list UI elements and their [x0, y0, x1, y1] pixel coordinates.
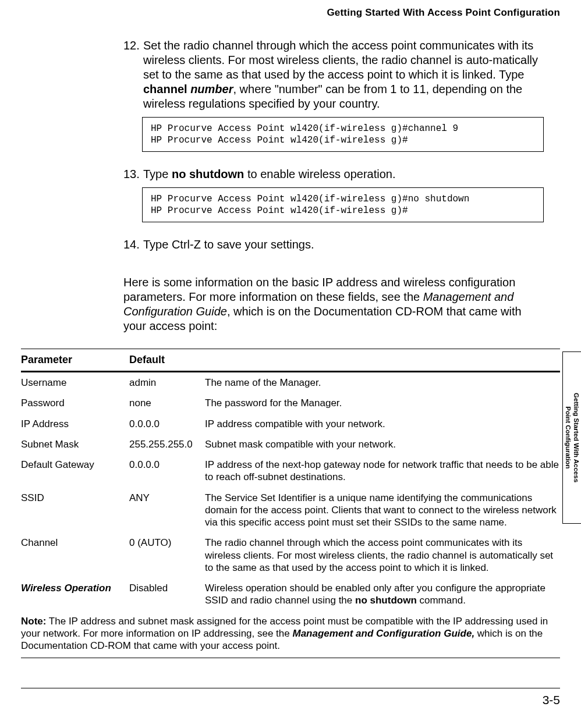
cell-desc: Subnet mask compatible with your network…: [205, 438, 560, 450]
table-row: Username admin The name of the Manager.: [21, 372, 560, 393]
side-tab: Getting Started With Access Point Config…: [562, 351, 581, 524]
side-tab-line2: Point Configuration: [564, 393, 572, 482]
page-number: 3-5: [21, 693, 560, 707]
col-header-default: Default: [129, 354, 205, 366]
step-14: 14. Type Ctrl-Z to save your settings.: [123, 237, 544, 252]
step-13-code: HP Procurve Access Point wl420(if-wirele…: [142, 187, 544, 222]
page-footer: 3-5: [21, 688, 560, 707]
cell-default: 0 (AUTO): [129, 537, 205, 574]
step-12-number: 12.: [123, 38, 143, 111]
step-12-code: HP Procurve Access Point wl420(if-wirele…: [142, 117, 544, 152]
intro-paragraph: Here is some information on the basic IP…: [123, 275, 544, 333]
cell-default: admin: [129, 377, 205, 389]
cell-default: none: [129, 397, 205, 409]
cell-param: Username: [21, 377, 129, 389]
cell-desc: IP address of the next-hop gateway node …: [205, 459, 560, 484]
cell-param: Channel: [21, 537, 129, 574]
table-row: Wireless Operation Disabled Wireless ope…: [21, 578, 560, 611]
step-14-text: Type Ctrl-Z to save your settings.: [143, 237, 544, 252]
step-13-number: 13.: [123, 167, 143, 182]
side-tab-line1: Getting Started With Access: [572, 393, 580, 482]
step-13-text: Type no shutdown to enable wireless oper…: [143, 167, 544, 182]
table-row: Password none The password for the Manag…: [21, 393, 560, 413]
table-header: Parameter Default: [21, 349, 560, 371]
parameter-table: Parameter Default Username admin The nam…: [21, 349, 560, 658]
cell-default: 0.0.0.0: [129, 459, 205, 484]
step-14-number: 14.: [123, 237, 143, 252]
table-note: Note: The IP address and subnet mask ass…: [21, 611, 560, 658]
table-row: Default Gateway 0.0.0.0 IP address of th…: [21, 454, 560, 488]
cell-desc: The password for the Manager.: [205, 397, 560, 409]
cell-param: Default Gateway: [21, 459, 129, 484]
cell-param: Password: [21, 397, 129, 409]
cell-default: 255.255.255.0: [129, 438, 205, 450]
step-13: 13. Type no shutdown to enable wireless …: [123, 167, 544, 222]
step-12: 12. Set the radio channel through which …: [123, 38, 544, 152]
cell-param: Wireless Operation: [21, 582, 129, 607]
cell-default: ANY: [129, 492, 205, 529]
cell-default: 0.0.0.0: [129, 418, 205, 430]
cell-default: Disabled: [129, 582, 205, 607]
cell-param: SSID: [21, 492, 129, 529]
cell-param: IP Address: [21, 418, 129, 430]
running-header: Getting Started With Access Point Config…: [21, 7, 560, 19]
cell-desc: The Service Set Identifier is a unique n…: [205, 492, 560, 529]
table-row: SSID ANY The Service Set Identifier is a…: [21, 488, 560, 533]
cell-desc: The radio channel through which the acce…: [205, 537, 560, 574]
step-12-text: Set the radio channel through which the …: [143, 38, 544, 111]
table-row: Subnet Mask 255.255.255.0 Subnet mask co…: [21, 434, 560, 454]
cell-desc: Wireless operation should be enabled onl…: [205, 582, 560, 607]
cell-desc: IP address compatible with your network.: [205, 418, 560, 430]
col-header-parameter: Parameter: [21, 354, 129, 366]
table-row: Channel 0 (AUTO) The radio channel throu…: [21, 532, 560, 578]
cell-param: Subnet Mask: [21, 438, 129, 450]
cell-desc: The name of the Manager.: [205, 377, 560, 389]
table-row: IP Address 0.0.0.0 IP address compatible…: [21, 414, 560, 434]
